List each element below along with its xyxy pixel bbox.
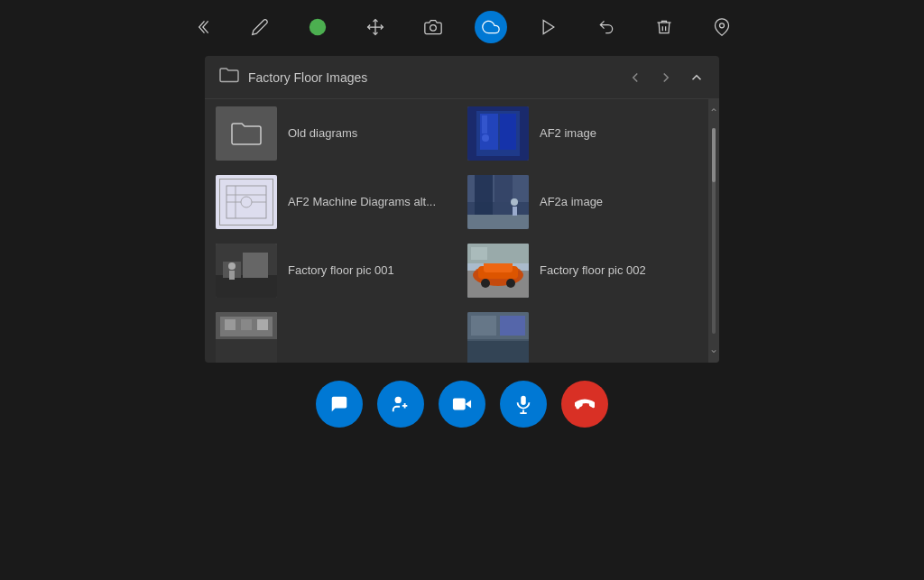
list-item[interactable]: Factory floor pic 001 bbox=[205, 236, 457, 305]
svg-point-50 bbox=[395, 397, 402, 403]
file-thumbnail bbox=[467, 175, 529, 229]
svg-point-34 bbox=[511, 198, 518, 206]
file-name: Old diagrams bbox=[288, 126, 357, 142]
svg-rect-15 bbox=[229, 271, 235, 280]
svg-rect-32 bbox=[494, 175, 513, 216]
svg-point-7 bbox=[241, 197, 252, 207]
file-name: AF2 Machine Diagrams alt... bbox=[288, 195, 436, 210]
file-browser: Factory Floor Images bbox=[205, 56, 719, 363]
nav-up-button[interactable] bbox=[688, 69, 705, 86]
svg-point-42 bbox=[506, 279, 515, 288]
svg-point-14 bbox=[228, 262, 236, 270]
pin-button[interactable] bbox=[706, 11, 738, 43]
svg-rect-52 bbox=[453, 399, 466, 410]
scrollbar[interactable]: ⌃ ⌄ bbox=[708, 99, 719, 363]
nav-forward-button[interactable] bbox=[658, 69, 674, 86]
move-button[interactable] bbox=[359, 11, 392, 43]
file-thumbnail bbox=[467, 106, 529, 161]
svg-rect-35 bbox=[513, 207, 517, 216]
file-thumbnail bbox=[467, 312, 529, 363]
svg-point-28 bbox=[482, 134, 489, 142]
file-thumbnail bbox=[216, 312, 277, 363]
play-button[interactable] bbox=[532, 11, 565, 43]
file-column-right: AF2 image bbox=[457, 99, 708, 363]
camera-button[interactable] bbox=[417, 11, 449, 43]
chat-button[interactable] bbox=[316, 381, 363, 428]
nav-back-button[interactable] bbox=[627, 69, 643, 86]
file-thumbnail bbox=[216, 244, 277, 298]
scroll-track bbox=[712, 128, 716, 334]
list-item[interactable]: AF2a image bbox=[457, 168, 708, 236]
file-column-left: Old diagrams bbox=[205, 99, 457, 363]
svg-marker-2 bbox=[543, 21, 554, 34]
svg-rect-31 bbox=[475, 175, 493, 216]
svg-rect-47 bbox=[471, 316, 496, 336]
list-item[interactable] bbox=[457, 305, 708, 363]
main-area: Factory Floor Images bbox=[0, 0, 924, 580]
svg-point-3 bbox=[720, 23, 725, 28]
svg-rect-19 bbox=[225, 319, 236, 330]
svg-rect-44 bbox=[471, 247, 487, 260]
svg-rect-13 bbox=[243, 253, 268, 278]
file-browser-header: Factory Floor Images bbox=[205, 56, 719, 99]
svg-point-41 bbox=[481, 279, 490, 288]
delete-button[interactable] bbox=[648, 11, 680, 43]
pencil-button[interactable] bbox=[244, 11, 276, 43]
list-item[interactable]: Factory floor pic 002 bbox=[457, 236, 708, 305]
file-grid: Old diagrams bbox=[205, 99, 719, 363]
list-item[interactable]: Old diagrams bbox=[205, 99, 457, 168]
toolbar bbox=[0, 0, 924, 52]
svg-rect-20 bbox=[241, 319, 252, 330]
file-columns: Old diagrams bbox=[205, 99, 708, 363]
file-name: AF2a image bbox=[540, 195, 603, 210]
file-name: AF2 image bbox=[540, 126, 596, 142]
list-item[interactable]: AF2 Machine Diagrams alt... bbox=[205, 168, 457, 236]
file-thumbnail bbox=[216, 175, 277, 229]
file-name: Factory floor pic 001 bbox=[288, 263, 394, 279]
shape-button[interactable] bbox=[301, 11, 334, 43]
call-controls bbox=[316, 363, 608, 442]
undo-button[interactable] bbox=[590, 11, 623, 43]
mic-button[interactable] bbox=[500, 381, 547, 428]
svg-point-1 bbox=[430, 25, 437, 32]
svg-rect-49 bbox=[467, 341, 529, 363]
nav-buttons bbox=[627, 69, 705, 86]
svg-marker-51 bbox=[466, 400, 471, 408]
end-call-button[interactable] bbox=[561, 381, 608, 428]
list-item[interactable] bbox=[205, 305, 457, 363]
scroll-down-arrow[interactable]: ⌄ bbox=[706, 339, 719, 359]
browser-title: Factory Floor Images bbox=[248, 70, 618, 85]
svg-rect-48 bbox=[500, 316, 525, 336]
add-people-button[interactable] bbox=[377, 381, 424, 428]
svg-rect-53 bbox=[521, 396, 526, 405]
file-name: Factory floor pic 002 bbox=[540, 263, 646, 279]
folder-icon bbox=[219, 67, 239, 87]
svg-rect-26 bbox=[482, 115, 487, 133]
cloud-button[interactable] bbox=[475, 11, 507, 43]
file-thumbnail bbox=[216, 106, 277, 161]
svg-rect-33 bbox=[467, 215, 529, 229]
svg-rect-17 bbox=[216, 339, 277, 363]
svg-rect-11 bbox=[216, 275, 277, 298]
list-item[interactable]: AF2 image bbox=[457, 99, 708, 168]
svg-point-0 bbox=[310, 19, 326, 35]
file-thumbnail bbox=[467, 244, 529, 298]
scroll-up-arrow[interactable]: ⌃ bbox=[706, 103, 719, 123]
svg-rect-27 bbox=[489, 115, 493, 133]
svg-rect-25 bbox=[500, 114, 516, 150]
scroll-thumb bbox=[712, 128, 716, 182]
video-button[interactable] bbox=[439, 381, 485, 428]
svg-rect-21 bbox=[257, 319, 268, 330]
collapse-button[interactable] bbox=[186, 11, 218, 43]
